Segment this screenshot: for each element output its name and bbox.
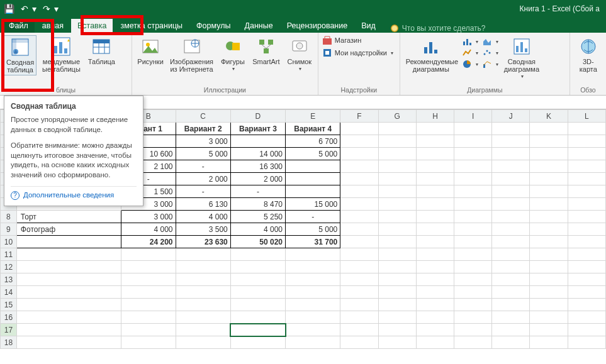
cell[interactable]: -: [176, 160, 230, 173]
row-header[interactable]: 13: [1, 273, 17, 286]
col-header[interactable]: K: [530, 110, 568, 123]
cell[interactable]: 15 000: [286, 198, 340, 211]
cell[interactable]: -: [176, 185, 230, 198]
tab-view[interactable]: Вид: [355, 19, 382, 33]
table-row[interactable]: 10 24 200 23 630 50 020 31 700: [1, 236, 606, 248]
table-row[interactable]: 18: [1, 336, 606, 349]
smartart-button[interactable]: SmartArt: [251, 35, 281, 67]
cell[interactable]: 50 020: [230, 236, 285, 248]
table-row[interactable]: 8 Торт 3 000 4 000 5 250 -: [1, 211, 606, 223]
tell-me-search[interactable]: Что вы хотите сделать?: [391, 24, 486, 33]
recommended-pivot-button[interactable]: мендуемые ые таблицы: [40, 35, 82, 74]
cell[interactable]: Вариант 4: [286, 123, 340, 135]
pivot-table-button[interactable]: Сводная таблица: [4, 35, 36, 75]
cell[interactable]: 4 000: [176, 211, 230, 223]
save-icon[interactable]: 💾: [4, 4, 14, 14]
pictures-button[interactable]: Рисунки: [136, 35, 165, 67]
row-header[interactable]: 10: [1, 236, 17, 248]
row-header[interactable]: 14: [1, 286, 17, 299]
cell[interactable]: [286, 160, 340, 173]
chart-type-pie[interactable]: ▾: [462, 59, 478, 69]
cell[interactable]: [286, 173, 340, 185]
table-row[interactable]: 12: [1, 261, 606, 273]
table-button[interactable]: Таблица: [86, 35, 117, 67]
tab-file[interactable]: Файл: [3, 19, 35, 33]
recommended-charts-button[interactable]: Рекомендуемые диаграммы: [404, 35, 458, 74]
col-header[interactable]: J: [492, 110, 530, 123]
cell[interactable]: 4 000: [121, 223, 176, 236]
cell[interactable]: 3 000: [121, 211, 176, 223]
cell[interactable]: Фотограф: [16, 223, 121, 236]
cell[interactable]: Торт: [16, 211, 121, 223]
cell[interactable]: 6 700: [286, 135, 340, 148]
screenshot-button[interactable]: Снимок▾: [285, 35, 314, 74]
col-header[interactable]: D: [230, 110, 285, 123]
cell[interactable]: 6 130: [176, 198, 230, 211]
store-button[interactable]: Магазин: [322, 35, 393, 45]
col-header[interactable]: E: [286, 110, 340, 123]
tab-page-layout[interactable]: зметка страницы: [114, 19, 189, 33]
table-row[interactable]: 14: [1, 286, 606, 299]
cell[interactable]: [230, 135, 285, 148]
col-header[interactable]: F: [340, 110, 378, 123]
row-header[interactable]: 15: [1, 299, 17, 311]
col-header[interactable]: L: [568, 110, 605, 123]
cell[interactable]: 24 200: [121, 236, 176, 248]
tab-insert[interactable]: Вставка: [71, 19, 113, 33]
row-header[interactable]: 18: [1, 336, 17, 349]
chart-type-more[interactable]: ▾: [482, 59, 498, 69]
cell[interactable]: -: [230, 185, 285, 198]
cell[interactable]: 3 500: [176, 223, 230, 236]
row-header[interactable]: 9: [1, 223, 17, 236]
table-row[interactable]: 15: [1, 299, 606, 311]
online-pictures-button[interactable]: Изображения из Интернета: [169, 35, 215, 74]
cell[interactable]: 4 000: [230, 223, 285, 236]
cell[interactable]: 23 630: [176, 236, 230, 248]
cell[interactable]: 14 000: [230, 148, 285, 160]
tab-review[interactable]: Рецензирование: [281, 19, 354, 33]
chart-type-area[interactable]: ▾: [482, 36, 498, 47]
active-cell[interactable]: [230, 324, 285, 336]
cell[interactable]: -: [286, 211, 340, 223]
undo-icon[interactable]: ↶ ▾: [21, 4, 36, 14]
cell[interactable]: [16, 236, 121, 248]
cell[interactable]: 5 250: [230, 211, 285, 223]
pivot-chart-button[interactable]: Сводная диаграмма▾: [502, 35, 541, 81]
my-addins-button[interactable]: Мои надстройки ▾: [322, 48, 393, 58]
cell[interactable]: Вариант 2: [176, 123, 230, 135]
cell[interactable]: 16 300: [230, 160, 285, 173]
col-header[interactable]: C: [176, 110, 230, 123]
3d-map-button[interactable]: 3D- карта: [574, 35, 603, 74]
col-header[interactable]: H: [416, 110, 454, 123]
cell[interactable]: [286, 185, 340, 198]
table-row[interactable]: 11: [1, 248, 606, 261]
row-header[interactable]: 12: [1, 261, 17, 273]
chart-type-scatter[interactable]: ▾: [482, 48, 498, 58]
cell[interactable]: 5 000: [176, 148, 230, 160]
col-header[interactable]: G: [378, 110, 416, 123]
row-header[interactable]: 8: [1, 211, 17, 223]
row-header[interactable]: 11: [1, 248, 17, 261]
tab-home[interactable]: авная: [36, 19, 70, 33]
table-row[interactable]: 9 Фотограф 4 000 3 500 4 000 5 000: [1, 223, 606, 236]
cell[interactable]: 31 700: [286, 236, 340, 248]
redo-icon[interactable]: ↷ ▾: [43, 4, 59, 14]
table-row[interactable]: 16: [1, 311, 606, 324]
cell[interactable]: 2 000: [230, 173, 285, 185]
table-row[interactable]: 13: [1, 273, 606, 286]
cell[interactable]: 3 000: [176, 135, 230, 148]
row-header[interactable]: 16: [1, 311, 17, 324]
tooltip-more-link[interactable]: ? Дополнительные сведения: [11, 186, 137, 201]
cell[interactable]: 5 000: [286, 223, 340, 236]
col-header[interactable]: I: [454, 110, 492, 123]
cell[interactable]: 8 470: [230, 198, 285, 211]
row-header[interactable]: 17: [1, 324, 17, 336]
table-row[interactable]: 17: [1, 324, 606, 336]
chart-type-bar[interactable]: ▾: [462, 36, 478, 47]
shapes-button[interactable]: Фигуры▾: [218, 35, 247, 74]
cell[interactable]: 2 000: [176, 173, 230, 185]
chart-type-line[interactable]: ▾: [462, 48, 478, 58]
tab-formulas[interactable]: Формулы: [190, 19, 237, 33]
cell[interactable]: 5 000: [286, 148, 340, 160]
tab-data[interactable]: Данные: [238, 19, 279, 33]
